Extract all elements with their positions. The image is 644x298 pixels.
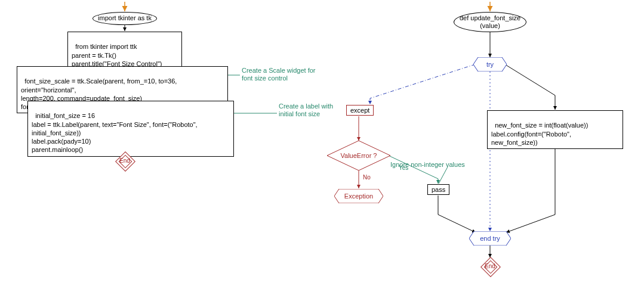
pass-box: pass — [427, 184, 449, 195]
decision-diamond: ValueError ? — [327, 141, 390, 170]
box1-text: from tkinter import ttk parent = tk.Tk()… — [72, 43, 162, 67]
exception-label: Exception — [334, 193, 383, 200]
except-box: except — [346, 105, 374, 116]
no-label: No — [363, 174, 371, 181]
except-label: except — [350, 107, 369, 114]
start-ellipse-right-text: def update_font_size (value) — [460, 14, 520, 30]
endtry-label: end try — [469, 235, 511, 242]
end-left: End — [116, 152, 134, 170]
pass-label: pass — [432, 186, 445, 193]
box3: initial_font_size = 16 label = ttk.Label… — [27, 101, 234, 157]
end-right: End — [481, 257, 499, 275]
end-right-label: End — [481, 263, 499, 269]
decision-label: ValueError ? — [327, 152, 390, 159]
box2-comment: Create a Scale widget for font size cont… — [242, 67, 316, 82]
box3-comment: Create a label with initial font size — [279, 103, 333, 118]
start-ellipse-left-text: import tkinter as tk — [98, 14, 152, 22]
pass-comment: Ignore non-integer values — [390, 161, 465, 169]
endtry-hex: end try — [469, 231, 511, 246]
box3-text: initial_font_size = 16 label = ttk.Label… — [32, 112, 198, 153]
box1: from tkinter import ttk parent = tk.Tk()… — [67, 32, 182, 70]
try-body: new_font_size = int(float(value)) label.… — [487, 110, 623, 149]
try-hex: try — [473, 57, 507, 72]
try-label: try — [473, 61, 507, 68]
end-left-label: End — [116, 157, 134, 164]
start-ellipse-left: import tkinter as tk — [93, 12, 157, 25]
svg-line-13 — [439, 167, 448, 184]
try-body-text: new_font_size = int(float(value)) label.… — [491, 122, 588, 146]
start-ellipse-right: def update_font_size (value) — [454, 12, 526, 32]
exception-hex: Exception — [334, 189, 383, 203]
